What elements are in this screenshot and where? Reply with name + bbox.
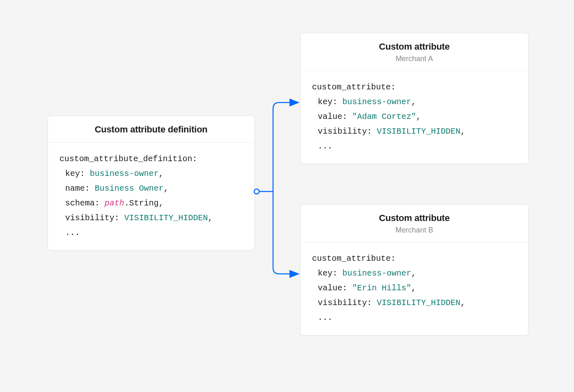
connector-diagram — [251, 86, 304, 279]
field-value: "Erin Hills" — [352, 283, 411, 293]
attribute-b-card-header: Custom attribute Merchant B — [301, 205, 528, 242]
object-name: custom_attribute — [312, 254, 391, 263]
field-value: "Adam Cortez" — [352, 112, 416, 121]
field-key: key — [318, 97, 333, 107]
field-value: VISIBILITY_HIDDEN — [377, 127, 460, 136]
field-key: visibility — [318, 298, 367, 308]
definition-card-header: Custom attribute definition — [48, 116, 254, 143]
attribute-a-card-subtitle: Merchant A — [312, 55, 517, 63]
attribute-b-card-title: Custom attribute — [312, 213, 517, 223]
attribute-b-card-subtitle: Merchant B — [312, 226, 517, 235]
attribute-a-card: Custom attribute Merchant A custom_attri… — [300, 33, 528, 164]
attribute-b-card-body: custom_attribute: key: business-owner, v… — [301, 242, 528, 335]
field-key: visibility — [65, 213, 114, 223]
field-value: Business Owner — [95, 184, 164, 193]
attribute-a-card-title: Custom attribute — [312, 41, 517, 52]
code-line: visibility: VISIBILITY_HIDDEN, — [312, 296, 517, 310]
code-line: value: "Adam Cortez", — [312, 109, 517, 124]
definition-card: Custom attribute definition custom_attri… — [48, 116, 255, 251]
code-line: key: business-owner, — [312, 95, 517, 109]
field-value: business-owner — [90, 169, 159, 178]
code-line: visibility: VISIBILITY_HIDDEN, — [312, 124, 517, 139]
field-key: name — [65, 184, 85, 193]
schema-type: String — [129, 198, 159, 208]
code-line: custom_attribute: — [312, 80, 517, 95]
connector-origin-icon — [254, 189, 259, 194]
field-key: value — [318, 283, 342, 293]
object-name: custom_attribute_definition — [59, 154, 192, 164]
code-line: custom_attribute: — [312, 251, 517, 266]
field-value: VISIBILITY_HIDDEN — [377, 298, 460, 308]
code-line: visibility: VISIBILITY_HIDDEN, — [59, 211, 243, 226]
field-value: business-owner — [342, 269, 411, 278]
connector-arrow-bottom — [273, 191, 298, 274]
code-line: key: business-owner, — [312, 266, 517, 281]
code-line: schema: path.String, — [59, 196, 243, 211]
code-line: value: "Erin Hills", — [312, 281, 517, 296]
code-line: key: business-owner, — [59, 166, 243, 181]
code-ellipsis: ... — [59, 226, 243, 240]
code-line: custom_attribute_definition: — [59, 152, 243, 166]
field-key: key — [318, 269, 333, 278]
field-value: VISIBILITY_HIDDEN — [124, 213, 208, 223]
field-key: value — [318, 112, 342, 121]
code-ellipsis: ... — [312, 139, 517, 154]
object-name: custom_attribute — [312, 82, 391, 92]
field-key: key — [65, 169, 80, 178]
schema-path: path — [105, 198, 124, 208]
connector-arrow-top — [273, 103, 298, 191]
code-line: name: Business Owner, — [59, 181, 243, 196]
field-value: business-owner — [342, 97, 411, 107]
attribute-a-card-body: custom_attribute: key: business-owner, v… — [301, 71, 528, 164]
definition-card-title: Custom attribute definition — [59, 124, 243, 135]
code-ellipsis: ... — [312, 310, 517, 325]
field-key: schema — [65, 198, 95, 208]
definition-card-body: custom_attribute_definition: key: busine… — [48, 143, 254, 250]
attribute-a-card-header: Custom attribute Merchant A — [301, 33, 528, 71]
attribute-b-card: Custom attribute Merchant B custom_attri… — [300, 204, 528, 335]
field-key: visibility — [318, 127, 367, 136]
